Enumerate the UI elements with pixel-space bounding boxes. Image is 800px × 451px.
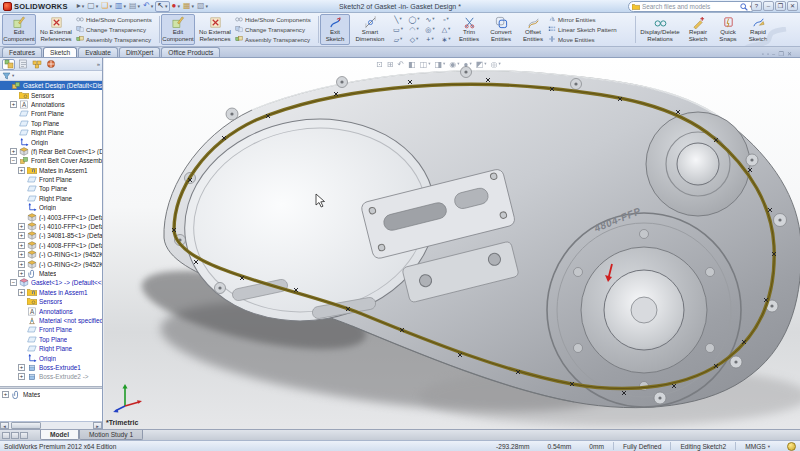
no-external-references-button[interactable]: No External References — [36, 14, 76, 45]
fillet-tool-button[interactable]: +▾ — [422, 35, 438, 45]
tree-item[interactable]: +Mates — [0, 269, 102, 278]
scroll-thumb[interactable] — [11, 422, 41, 429]
tree-expander-icon[interactable]: + — [18, 232, 25, 239]
tree-item[interactable]: −Front Belt Cover Assembly< — [0, 156, 102, 165]
offset-entities-button[interactable]: Offset Entities — [518, 14, 548, 45]
tree-item[interactable]: Sensors — [0, 90, 102, 99]
tab-model[interactable]: Model — [40, 430, 79, 440]
tree-item[interactable]: Top Plane — [0, 335, 102, 344]
tree-item[interactable]: Front Plane — [0, 325, 102, 334]
search-icon[interactable] — [740, 3, 748, 11]
repair-sketch-button[interactable]: Repair Sketch — [683, 14, 713, 45]
tree-item[interactable]: Right Plane — [0, 128, 102, 137]
close-button[interactable]: ✕ — [787, 1, 798, 11]
graphics-viewport[interactable]: 4804-FFP — [104, 58, 800, 429]
change-transparency-button-2[interactable]: Change Transparency — [235, 25, 317, 34]
change-transparency-button[interactable]: Change Transparency — [76, 25, 158, 34]
exit-sketch-button[interactable]: Exit Sketch — [320, 14, 350, 45]
tree-item[interactable]: Gasket Design (Default<Displa — [0, 81, 102, 90]
tree-expander-icon[interactable]: + — [18, 270, 25, 277]
help-button[interactable]: ? — [751, 1, 762, 11]
tree-item[interactable]: Origin — [0, 137, 102, 146]
select-cursor-button[interactable]: ↖▾ — [155, 1, 169, 12]
doc-window-button[interactable]: ▫ — [762, 51, 764, 57]
tab-office-products[interactable]: Office Products — [161, 47, 220, 57]
feature-manager-tab[interactable] — [2, 59, 15, 70]
app-logo[interactable]: SOLIDWORKS — [0, 2, 68, 11]
scroll-left-arrow[interactable]: ◂ — [0, 422, 9, 429]
display-style-button[interactable]: ◨▾ — [435, 61, 446, 69]
property-manager-tab[interactable] — [16, 59, 29, 70]
new-document-button[interactable]: ▢▾ — [86, 1, 99, 12]
filter-funnel-icon[interactable] — [2, 72, 11, 80]
circle-tool-button[interactable]: ◯▾ — [406, 15, 422, 25]
doc-window-button[interactable]: ❐ — [779, 50, 784, 57]
filter-dropdown-caret[interactable]: ▾ — [12, 73, 14, 78]
pane-splitter[interactable] — [0, 386, 102, 389]
assembly-transparency-button-2[interactable]: Assembly Transparency — [235, 35, 317, 44]
tree-item[interactable]: +Mates in Assem1 — [0, 288, 102, 297]
tree-item[interactable]: Top Plane — [0, 119, 102, 128]
smart-dimension-button[interactable]: Smart Dimension — [350, 14, 390, 45]
tree-item[interactable]: Origin — [0, 203, 102, 212]
edit-component-button-2[interactable]: Edit Component — [161, 14, 195, 45]
search-input[interactable]: Search files and models — [642, 3, 738, 10]
linear-sketch-pattern-button[interactable]: Linear Sketch Pattern — [548, 25, 634, 34]
zoom-area-button[interactable]: ⊞ — [387, 61, 394, 69]
tree-item[interactable]: Front Plane — [0, 175, 102, 184]
tree-item[interactable]: +Mates — [0, 390, 102, 399]
hide-show-components-button-2[interactable]: Hide/Show Components — [235, 15, 317, 24]
tree-expander-icon[interactable]: + — [10, 101, 17, 108]
tree-item[interactable]: −Gasket<1> -> (Default<<D — [0, 278, 102, 287]
rectangle-tool-button[interactable]: ▭▾ — [390, 25, 406, 35]
doc-window-button[interactable]: − — [772, 51, 776, 57]
doc-window-button[interactable]: ▫ — [767, 51, 769, 57]
tree-item[interactable]: +AAnnotations — [0, 100, 102, 109]
tree-item[interactable]: Front Plane — [0, 109, 102, 118]
construction-tool-button[interactable]: ▫▾ — [438, 15, 454, 25]
arc-tool-button[interactable]: ◠▾ — [406, 25, 422, 35]
tree-expander-icon[interactable]: − — [10, 157, 17, 164]
document-window-controls[interactable]: ▫▫−❐✕ — [762, 50, 800, 57]
mirror-entities-button[interactable]: Mirror Entities — [548, 15, 634, 24]
convert-entities-button[interactable]: Convert Entities — [484, 14, 518, 45]
point-tool-button[interactable]: ◇▾ — [406, 35, 422, 45]
text-tool-button[interactable]: ∗▾ — [438, 35, 454, 45]
tree-expander-icon[interactable]: + — [10, 148, 17, 155]
panel-horizontal-scrollbar[interactable]: ◂ ▸ — [0, 421, 102, 429]
display-delete-relations-button[interactable]: Display/Delete Relations — [637, 14, 683, 45]
tree-expander-icon[interactable]: + — [18, 242, 25, 249]
configuration-manager-tab[interactable] — [30, 59, 43, 70]
section-view-button[interactable]: ◧ — [408, 61, 416, 69]
slot-tool-button[interactable]: ▱▾ — [390, 35, 406, 45]
tree-expander-icon[interactable]: + — [18, 223, 25, 230]
tree-item[interactable]: +Boss-Extrude2 -> — [0, 372, 102, 381]
splitter-button[interactable] — [20, 432, 28, 439]
tree-item[interactable]: +Boss-Extrude1 — [0, 363, 102, 372]
tree-expander-icon[interactable]: + — [18, 289, 25, 296]
view-orientation-button[interactable]: ◫▾ — [420, 61, 431, 69]
tree-item[interactable]: +(-) 34081-85<1> (Defaul — [0, 231, 102, 240]
spline-tool-button[interactable]: ∿▾ — [422, 15, 438, 25]
tree-item[interactable]: (-) 4003-FFP<1> (Defau — [0, 212, 102, 221]
tree-expander-icon[interactable]: + — [2, 391, 9, 398]
tree-item[interactable]: +Mates in Assem1 — [0, 166, 102, 175]
tab-dimxpert[interactable]: DimXpert — [119, 47, 160, 57]
edit-appearance-button[interactable]: ●▾ — [464, 61, 472, 69]
print-document-button[interactable]: ▤▾ — [128, 1, 141, 12]
assembly-transparency-button[interactable]: Assembly Transparency — [76, 35, 158, 44]
file-properties-button[interactable]: ▦▾ — [182, 1, 195, 12]
tab-motion-study[interactable]: Motion Study 1 — [79, 430, 143, 440]
hide-show-components-button[interactable]: Hide/Show Components — [76, 15, 158, 24]
tree-item[interactable]: Right Plane — [0, 344, 102, 353]
units-selector[interactable]: MMGS▾ — [736, 443, 779, 450]
tree-expander-icon[interactable]: + — [18, 251, 25, 258]
save-document-button[interactable]: ▥▾ — [114, 1, 127, 12]
search-box[interactable]: Search files and models ▾ — [628, 1, 756, 12]
tree-item[interactable]: +(-) 4010-FFP<1> (Defau — [0, 222, 102, 231]
tree-item[interactable]: AAnnotations — [0, 306, 102, 315]
rebuild-button[interactable]: ●▾ — [171, 1, 181, 12]
dimxpert-manager-tab[interactable] — [44, 59, 57, 70]
scroll-right-arrow[interactable]: ▸ — [93, 422, 102, 429]
line-tool-button[interactable]: ╲▾ — [390, 15, 406, 25]
